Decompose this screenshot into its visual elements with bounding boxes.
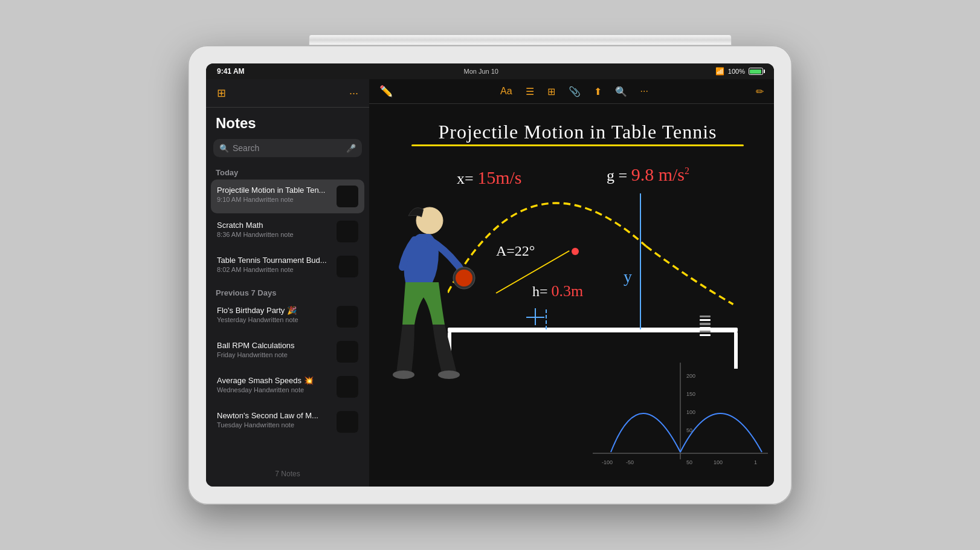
note-item-birthday[interactable]: Flo's Birthday Party 🎉 Yesterday Handwri…	[211, 300, 364, 334]
note-text-area: Flo's Birthday Party 🎉 Yesterday Handwri…	[217, 306, 332, 323]
status-time: 9:41 AM	[217, 67, 245, 76]
note-text-area: Average Smash Speeds 💥 Wednesday Handwri…	[217, 376, 332, 393]
svg-text:1: 1	[754, 459, 757, 465]
status-bar: 9:41 AM Mon Jun 10 📶 100%	[206, 63, 774, 79]
crosshair-v	[535, 308, 536, 325]
note-item-projectile[interactable]: Projectile Motion in Table Ten... 9:10 A…	[211, 180, 364, 213]
section-today: Today	[211, 166, 364, 180]
share-button[interactable]: ⬆	[592, 84, 604, 99]
svg-text:200: 200	[686, 373, 695, 379]
blue-vline-y	[640, 193, 641, 329]
notes-header: Notes	[206, 108, 369, 135]
ball-position-dot	[572, 248, 579, 255]
battery-bar	[749, 68, 763, 75]
search-note-button[interactable]: 🔍	[613, 84, 629, 99]
hw-title-text: Projectile Motion in Table Tennis	[411, 121, 744, 143]
net-stripe-4	[700, 327, 711, 329]
hw-title-underline	[411, 144, 744, 146]
net-stripe-2	[700, 319, 711, 321]
formula-g-gravity: g = 9.8 m/s2	[607, 164, 689, 185]
mic-icon[interactable]: 🎤	[346, 144, 356, 153]
hw-title-container: Projectile Motion in Table Tennis	[411, 121, 744, 146]
ipad-frame: 9:41 AM Mon Jun 10 📶 100% ⊞ ···	[188, 45, 792, 505]
note-content: Projectile Motion in Table Tennis x= 15m…	[369, 104, 774, 487]
note-text-area: Newton's Second Law of M... Tuesday Hand…	[217, 411, 332, 429]
note-item-newton[interactable]: Newton's Second Law of M... Tuesday Hand…	[211, 405, 364, 439]
new-note-button[interactable]: ✏	[754, 84, 766, 99]
attachment-button[interactable]: 📎	[567, 84, 582, 99]
x-value: 15m/s	[477, 167, 521, 187]
thumb-content	[337, 376, 358, 398]
note-item-scratch-math[interactable]: Scratch Math 8:36 AM Handwritten note	[211, 215, 364, 248]
note-thumbnail	[337, 221, 358, 242]
toolbar-left: ✏️	[378, 83, 395, 100]
note-title: Table Tennis Tournament Bud...	[217, 256, 332, 265]
toolbar-right: ✏	[754, 84, 766, 99]
sidebar-toolbar: ⊞ ···	[206, 79, 369, 108]
note-thumbnail	[337, 306, 358, 328]
notes-title: Notes	[216, 115, 256, 131]
thumb-content	[337, 256, 358, 277]
svg-text:150: 150	[686, 391, 695, 397]
sidebar-more-button[interactable]: ···	[347, 85, 361, 102]
net-post	[700, 315, 711, 336]
note-item-tournament[interactable]: Table Tennis Tournament Bud... 8:02 AM H…	[211, 250, 364, 283]
g-value: 9.8 m/s2	[631, 164, 689, 184]
search-bar[interactable]: 🔍 Search 🎤	[213, 139, 362, 157]
formula-h-height: h= 0.3m	[532, 282, 583, 300]
status-date: Mon Jun 10	[463, 68, 498, 75]
note-title: Scratch Math	[217, 221, 332, 230]
ipad-screen: 9:41 AM Mon Jun 10 📶 100% ⊞ ···	[206, 63, 774, 487]
svg-text:100: 100	[714, 459, 723, 465]
thumb-content	[337, 221, 358, 242]
note-meta: 8:36 AM Handwritten note	[217, 231, 332, 238]
svg-point-4	[456, 270, 472, 286]
note-thumbnail	[337, 186, 358, 207]
text-format-button[interactable]: Aa	[498, 84, 514, 99]
battery-fill	[750, 70, 761, 74]
h-value: 0.3m	[552, 282, 584, 300]
player-figure	[378, 204, 490, 403]
note-meta: Tuesday Handwritten note	[217, 421, 332, 429]
note-title: Average Smash Speeds 💥	[217, 376, 332, 385]
search-placeholder: Search	[233, 143, 343, 153]
svg-text:50: 50	[686, 459, 692, 465]
pencil-tool-button[interactable]: ✏️	[378, 83, 395, 100]
note-meta: Friday Handwritten note	[217, 351, 332, 358]
sidebar-panel-toggle[interactable]: ⊞	[214, 84, 228, 102]
note-canvas: ✏️ Aa ☰ ⊞ 📎 ⬆ 🔍 ··· ✏	[369, 79, 774, 487]
note-thumbnail	[337, 376, 358, 398]
note-title: Flo's Birthday Party 🎉	[217, 306, 332, 315]
note-meta: 8:02 AM Handwritten note	[217, 266, 332, 273]
net-stripe-5	[700, 331, 711, 332]
notes-count: 7 Notes	[206, 464, 369, 487]
section-prev7: Previous 7 Days	[211, 286, 364, 300]
table-surface	[448, 328, 738, 332]
note-text-area: Ball RPM Calculations Friday Handwritten…	[217, 341, 332, 358]
apple-pencil	[309, 34, 732, 45]
svg-text:-50: -50	[626, 459, 634, 465]
battery-pct: 100%	[728, 68, 745, 75]
main-content: ⊞ ··· Notes 🔍 Search 🎤 Today	[206, 79, 774, 487]
net-stripe-1	[700, 315, 711, 317]
note-thumbnail	[337, 256, 358, 277]
note-text-area: Scratch Math 8:36 AM Handwritten note	[217, 221, 332, 238]
notes-list[interactable]: Today Projectile Motion in Table Ten... …	[206, 163, 369, 464]
note-toolbar: ✏️ Aa ☰ ⊞ 📎 ⬆ 🔍 ··· ✏	[369, 79, 774, 104]
net-stripe-3	[700, 323, 711, 325]
parabola-graph: 200 150 100 50 -100 -50 50 100 1	[593, 363, 768, 480]
more-options-button[interactable]: ···	[639, 84, 650, 99]
toolbar-center: Aa ☰ ⊞ 📎 ⬆ 🔍 ···	[498, 84, 650, 99]
formula-x-velocity: x= 15m/s	[457, 167, 522, 188]
svg-text:100: 100	[686, 409, 695, 415]
note-item-ball-rpm[interactable]: Ball RPM Calculations Friday Handwritten…	[211, 335, 364, 369]
graph-area: 200 150 100 50 -100 -50 50 100 1	[593, 363, 768, 480]
note-item-smash-speeds[interactable]: Average Smash Speeds 💥 Wednesday Handwri…	[211, 370, 364, 404]
svg-point-1	[393, 370, 414, 379]
svg-point-2	[438, 370, 460, 379]
formula-angle: A=22°	[496, 243, 535, 259]
table-button[interactable]: ⊞	[546, 84, 557, 99]
sidebar: ⊞ ··· Notes 🔍 Search 🎤 Today	[206, 79, 369, 487]
wifi-icon: 📶	[715, 67, 724, 76]
checklist-button[interactable]: ☰	[524, 84, 536, 99]
